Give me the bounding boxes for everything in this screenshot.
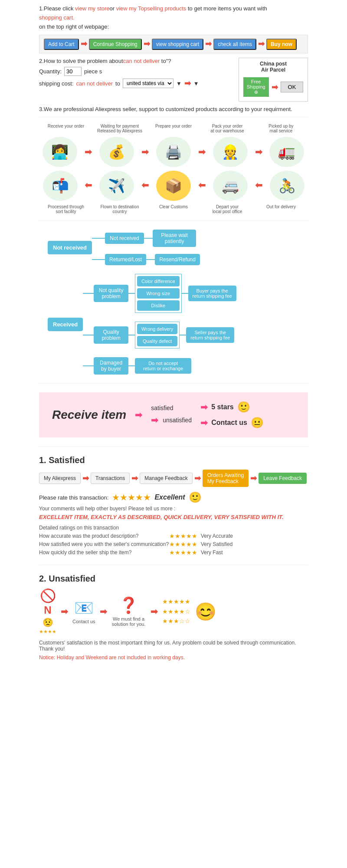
- flow-arrow-1: ➡: [82, 473, 89, 483]
- dropdown2-icon[interactable]: ▼: [193, 80, 199, 87]
- detail-label-2: How satisfied were you with the seller's…: [39, 541, 169, 547]
- pink-arrow-4: ➡: [200, 418, 208, 428]
- stars-3: ★★★☆☆: [162, 617, 190, 626]
- pink-arrow-1: ➡: [135, 410, 142, 420]
- shipping-label: shipping cost:: [39, 80, 74, 87]
- unsat-arrow-2: ➡: [100, 606, 107, 617]
- stars-4: ★★★★☆: [162, 608, 190, 616]
- orders-awaiting-step[interactable]: Orders AwaitingMy Feedback: [203, 470, 249, 487]
- view-cart-button[interactable]: view shopping cart: [152, 39, 203, 50]
- pink-arrow-2: ➡: [151, 415, 158, 425]
- icon-worker: 👷: [213, 137, 248, 167]
- leave-feedback-step[interactable]: Leave Feedback: [259, 473, 307, 484]
- process-icons-bottom: 🚴 ➡ 🚐 ➡ 📦 ➡ ✈️ ➡ 📬: [39, 171, 308, 201]
- flow-arrow-4: ➡: [250, 473, 257, 483]
- happy-smiley: 🙂: [237, 401, 250, 413]
- buyer-pays-box: Buyer pays the return shipping fee: [188, 286, 236, 301]
- no-return-box: Do not accept return or exchange: [135, 358, 191, 374]
- color-diff-box: Color difference: [137, 276, 179, 286]
- ok-button[interactable]: OK: [281, 82, 304, 92]
- view-store-link[interactable]: view my store: [75, 5, 109, 12]
- section2-title: 2.How to solve the problem about: [39, 58, 123, 64]
- dropdown-icon[interactable]: ▼: [176, 80, 182, 87]
- arrow-to-ok: ➡: [272, 82, 278, 92]
- detail-result-2: Very Satisfied: [201, 541, 232, 547]
- detailed-title: Detailed ratings on this transaction: [39, 525, 308, 531]
- step-8-label: Clear Customs: [149, 204, 198, 214]
- arrow-1: ➡: [81, 38, 87, 50]
- detail-row-1: How accurate was the product description…: [39, 533, 308, 539]
- manage-feedback-step[interactable]: Manage Feedback: [140, 473, 192, 484]
- shipping-via-select[interactable]: united states via: [123, 79, 174, 88]
- unsat-stars-block: ★★★★★ ★★★★☆ ★★★☆☆: [162, 598, 190, 626]
- unsatisfied-section: 2. Unsatisfied 🚫 N 😟 ★★★★ ➡ 📧 Contact us…: [39, 574, 308, 660]
- question-icon: ❓: [119, 596, 138, 615]
- detailed-ratings: Detailed ratings on this transaction How…: [39, 525, 308, 556]
- excellent-text: Excellent: [154, 493, 185, 501]
- n-label: N: [44, 604, 51, 616]
- arrow-p1: ➡: [85, 147, 92, 157]
- my-aliexpress-step[interactable]: My Aliexpress: [39, 473, 81, 484]
- view-topselling-link[interactable]: view my Topselling products: [116, 5, 187, 12]
- add-to-cart-button[interactable]: Add to Cart: [44, 39, 79, 50]
- section-1: 1.Please click view my storeor view my T…: [39, 4, 308, 53]
- transactions-step[interactable]: Transactions: [91, 473, 130, 484]
- not-received-tree: Not received Not received Please wait pa…: [48, 230, 299, 265]
- step-3-label: Prepare your order: [149, 124, 198, 133]
- feedback-flow: My Aliexpress ➡ Transactions ➡ Manage Fe…: [39, 470, 308, 487]
- receive-item-title: Receive item: [52, 408, 126, 422]
- arrow-p2: ➡: [141, 147, 149, 157]
- arrow-2: ➡: [144, 38, 150, 50]
- neutral-smiley: 😐: [251, 417, 264, 429]
- qty-unit: piece s: [84, 68, 102, 75]
- resend-refund-box: Resend/Refund: [155, 254, 200, 265]
- step-6-label: Out for delivery: [257, 204, 305, 214]
- shipping-row: shipping cost: can not deliver to united…: [39, 79, 239, 88]
- detail-label-3: How quickly did the seller ship the item…: [39, 549, 169, 556]
- contact-us-text: Contact us: [211, 419, 247, 427]
- cart-flow: Add to Cart ➡ Continue Shopping ➡ view s…: [39, 35, 308, 53]
- shopping-cart-text: shopping cart.: [39, 14, 75, 21]
- footer-text: Customers' satisfaction is the most impo…: [39, 640, 308, 652]
- step-9-label: Flown to destinationcountry: [95, 204, 144, 214]
- stars-5: ★★★★★: [162, 598, 190, 606]
- unsatisfied-title: 2. Unsatisfied: [39, 574, 308, 584]
- rate-label: Please rate this transaction:: [39, 494, 108, 501]
- icon-van: 🚐: [213, 171, 248, 201]
- step-7-label: Depart yourlocal post office: [203, 204, 252, 214]
- comment-text: Your comments will help other buyers! Pl…: [39, 506, 308, 512]
- qty-input[interactable]: [64, 67, 82, 76]
- china-post-box: China post Air Parcel FreeShipping⊕ ➡ OK: [239, 58, 308, 102]
- detail-row-3: How quickly did the seller ship the item…: [39, 549, 308, 556]
- step-2-label: Waiting for paymentReleased by Aliexpres…: [95, 124, 144, 133]
- arrow-4: ➡: [258, 38, 265, 50]
- pink-results-col: ➡ 5 stars 🙂 ➡ Contact us 😐: [200, 401, 264, 429]
- icon-customs: 📦: [156, 171, 191, 201]
- five-stars-text: 5 stars: [211, 403, 234, 411]
- arrow-p4: ➡: [255, 147, 262, 157]
- section-3: 3.We are professional Aliexpress seller,…: [39, 106, 308, 117]
- rating-stars: ★★★★★: [112, 492, 151, 503]
- icon-mailbox: 📬: [43, 171, 78, 201]
- contact-result: ➡ Contact us 😐: [200, 417, 264, 429]
- icon-person-computer: 👩‍💻: [43, 137, 77, 167]
- check-items-button[interactable]: check all items: [213, 39, 256, 50]
- continue-shopping-button[interactable]: Continue Shopping: [89, 39, 142, 50]
- contact-us-label: Contact us: [72, 619, 95, 624]
- returned-lost-box: Returned/Lost: [105, 254, 146, 265]
- buy-now-button[interactable]: Buy now: [266, 39, 297, 50]
- china-post-title: China post Air Parcel: [243, 61, 303, 73]
- step-10-label: Processed throughsort facility: [42, 204, 90, 214]
- flow-arrow-2: ➡: [131, 473, 138, 483]
- wrong-delivery-box: Wrong delivery: [137, 324, 177, 334]
- quality-box: Quality problem: [94, 326, 128, 344]
- arrow-p5: ➡: [255, 181, 262, 191]
- unsat-arrow-1: ➡: [61, 606, 68, 617]
- section-2: China post Air Parcel FreeShipping⊕ ➡ OK…: [39, 58, 308, 102]
- step-4-label: Pack your orderat our warehouse: [203, 124, 252, 133]
- text-3: to get more items you want with: [186, 5, 267, 12]
- detail-result-3: Very Fast: [201, 549, 223, 556]
- detail-row-2: How satisfied were you with the seller's…: [39, 541, 308, 548]
- pink-col: satisfied ➡ unsatisfied: [151, 404, 192, 425]
- detail-result-1: Very Accurate: [201, 533, 233, 539]
